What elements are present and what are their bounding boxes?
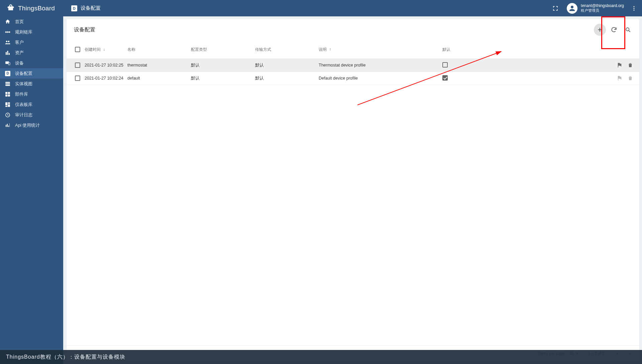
sidebar-item-api[interactable]: Api 使用统计 [0, 120, 63, 130]
audit-icon [5, 112, 11, 118]
sidebar-item-audit[interactable]: 审计日志 [0, 110, 63, 120]
svg-point-9 [8, 40, 10, 42]
api-icon [5, 122, 11, 128]
svg-rect-15 [5, 92, 7, 94]
trash-icon [627, 75, 633, 81]
sort-desc-icon: ↓ [103, 47, 105, 52]
account-icon [568, 4, 576, 12]
default-checkbox[interactable] [442, 75, 448, 81]
sidebar-item-label: 仪表板库 [15, 102, 32, 108]
sidebar-item-label: 规则链库 [15, 29, 32, 35]
dashboards-icon [5, 102, 11, 108]
svg-point-3 [634, 8, 635, 9]
svg-rect-17 [5, 94, 7, 96]
svg-point-2 [634, 6, 635, 7]
delete-button[interactable] [627, 62, 633, 68]
col-description[interactable]: 说明 ↑ [319, 47, 442, 52]
cell-created: 2021-01-27 10:02:24 [85, 76, 127, 81]
cell-transport: 默认 [255, 63, 319, 68]
col-default[interactable]: 默认 [442, 47, 466, 52]
fullscreen-icon [552, 5, 559, 12]
col-name[interactable]: 名称 [127, 47, 191, 52]
svg-rect-19 [5, 102, 7, 105]
row-checkbox[interactable] [75, 63, 80, 68]
assets-icon [5, 50, 11, 56]
cell-created: 2021-01-27 10:02:25 [85, 63, 127, 68]
delete-button [627, 75, 633, 81]
account-info: tenant@thingsboard.org 租户管理员 [581, 4, 624, 12]
svg-rect-11 [8, 62, 10, 65]
sort-asc-icon: ↑ [329, 47, 331, 52]
rulechain-icon [5, 29, 11, 35]
card-title: 设备配置 [74, 26, 95, 33]
cell-transport: 默认 [255, 76, 319, 81]
fullscreen-button[interactable] [549, 2, 562, 15]
default-checkbox[interactable] [442, 62, 448, 68]
flag-icon [617, 62, 623, 68]
devprof-icon: D [5, 71, 11, 77]
sidebar-item-home[interactable]: 首页 [0, 16, 63, 27]
logo[interactable]: ThingsBoard [0, 0, 63, 16]
sidebar-item-label: 资产 [15, 50, 24, 56]
select-all-checkbox[interactable] [75, 47, 80, 52]
make-default-button[interactable] [617, 62, 623, 68]
cell-name: thermostat [127, 63, 191, 68]
sidebar-item-label: 设备配置 [15, 71, 32, 77]
svg-point-24 [626, 28, 629, 31]
sidebar-item-devices[interactable]: 设备 [0, 58, 63, 68]
table-header: 创建时间 ↓ 名称 配置类型 传输方式 说明 ↑ 默认 [67, 40, 639, 59]
account-role: 租户管理员 [581, 8, 624, 13]
sidebar-item-assets[interactable]: 资产 [0, 47, 63, 58]
svg-point-8 [6, 40, 8, 42]
sidebar-item-devprof[interactable]: D设备配置 [0, 68, 63, 79]
card-tools [594, 24, 634, 36]
sidebar-item-label: 客户 [15, 39, 24, 45]
cell-description: Thermostat device profile [319, 63, 442, 68]
sidebar-item-dashboards[interactable]: 仪表板库 [0, 99, 63, 110]
refresh-button[interactable] [608, 24, 620, 36]
cell-type: 默认 [191, 63, 255, 68]
sidebar-item-label: 部件库 [15, 91, 28, 97]
sidebar-item-customers[interactable]: 客户 [0, 37, 63, 47]
more-vert-icon [631, 5, 637, 11]
device-profiles-card: 设备配置 [67, 19, 639, 361]
more-menu-button[interactable] [629, 5, 639, 11]
svg-rect-14 [5, 85, 10, 86]
sidebar-item-widgets[interactable]: 部件库 [0, 89, 63, 99]
sidebar-item-entityview[interactable]: 实体视图 [0, 79, 63, 89]
devices-icon [5, 60, 11, 66]
svg-rect-12 [5, 82, 10, 83]
top-actions: tenant@thingsboard.org 租户管理员 [549, 2, 639, 15]
row-checkbox[interactable] [75, 76, 80, 81]
sidebar-item-rulechain[interactable]: 规则链库 [0, 27, 63, 37]
svg-rect-21 [8, 104, 10, 107]
svg-rect-22 [5, 106, 7, 107]
svg-rect-20 [8, 102, 10, 104]
plus-icon [597, 26, 603, 33]
svg-point-4 [634, 9, 635, 10]
col-transport[interactable]: 传输方式 [255, 47, 319, 52]
svg-rect-16 [8, 92, 10, 94]
content: 设备配置 [63, 16, 642, 364]
breadcrumb: D 设备配置 [63, 5, 101, 11]
sidebar-item-label: 审计日志 [15, 112, 32, 118]
col-type[interactable]: 配置类型 [191, 47, 255, 52]
sidebar-item-label: Api 使用统计 [15, 122, 40, 128]
search-button[interactable] [622, 24, 634, 36]
sidebar-item-label: 实体视图 [15, 81, 32, 87]
table-row[interactable]: 2021-01-27 10:02:25thermostat默认默认Thermos… [67, 59, 639, 72]
col-created[interactable]: 创建时间 ↓ [85, 47, 127, 52]
customers-icon [5, 39, 11, 45]
search-icon [625, 26, 631, 33]
trash-icon [627, 62, 633, 68]
cell-type: 默认 [191, 76, 255, 81]
entityview-icon [5, 81, 11, 87]
make-default-button [617, 75, 623, 81]
sidebar: 首页规则链库客户资产设备D设备配置实体视图部件库仪表板库审计日志Api 使用统计 [0, 16, 63, 364]
add-button[interactable] [594, 24, 606, 36]
home-icon [5, 19, 11, 25]
card-header: 设备配置 [67, 19, 639, 40]
table-row[interactable]: 2021-01-27 10:02:24default默认默认Default de… [67, 72, 639, 85]
account[interactable]: tenant@thingsboard.org 租户管理员 [565, 3, 626, 14]
account-email: tenant@thingsboard.org [581, 4, 624, 8]
